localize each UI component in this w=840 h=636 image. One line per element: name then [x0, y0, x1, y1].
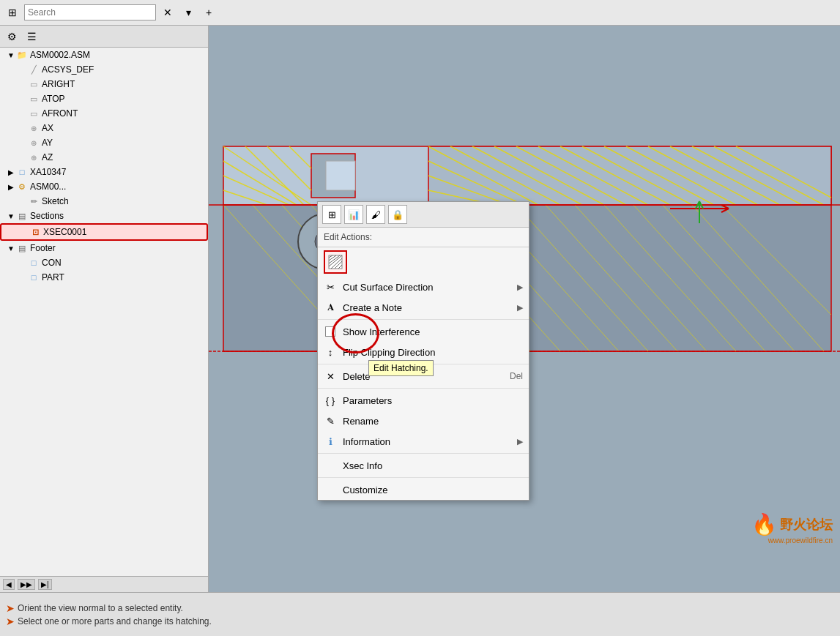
toolbar-btn-1[interactable]: ⊞ — [4, 4, 21, 21]
canvas-area: ⊞ 📊 🖌 🔒 Edit Actions: — [209, 26, 840, 592]
tree-item-afront[interactable]: ▭ AFRONT — [0, 106, 208, 121]
tree-item-sketch[interactable]: ✏ Sketch — [0, 194, 208, 209]
tree-label-part: PART — [42, 272, 64, 283]
ctx-tool-chart[interactable]: 📊 — [344, 205, 363, 224]
status-text-2: Select one or more parts and change its … — [18, 616, 212, 626]
plane-icon: ╱ — [28, 64, 40, 75]
toolbar-dropdown-btn[interactable]: ▾ — [179, 4, 197, 21]
context-menu: ⊞ 📊 🖌 🔒 Edit Actions: — [317, 201, 529, 501]
brand-watermark: 🔥 野火论坛 www.proewildfire.cn — [751, 512, 833, 545]
tree-item-con[interactable]: □ CON — [0, 255, 208, 270]
show-interference-checkbox — [325, 326, 335, 337]
plane-icon-2: ▭ — [28, 78, 40, 90]
tree-item-asm001[interactable]: ▶ ⚙ ASM00... — [0, 179, 208, 194]
customize-icon — [324, 483, 337, 496]
plane-icon-3: ▭ — [28, 93, 40, 105]
rename-icon: ✎ — [324, 414, 337, 427]
expand-asm001[interactable]: ▶ — [6, 182, 16, 192]
ctx-label-customize: Customize — [343, 485, 523, 495]
separator-5 — [318, 477, 529, 478]
tree-label-xsec0001: XSEC0001 — [43, 227, 86, 237]
ctx-item-customize[interactable]: Customize — [318, 479, 529, 500]
tree-label-footer: Footer — [30, 243, 56, 253]
status-text-1: Orient the view normal to a selected ent… — [18, 603, 183, 613]
edit-hatching-btn[interactable] — [324, 250, 347, 274]
ctx-label-create-note: Create a Note — [343, 302, 511, 313]
status-bar: ➤ Orient the view normal to a selected e… — [0, 592, 840, 636]
tree-item-sections[interactable]: ▼ ▤ Sections — [0, 209, 208, 223]
toolbar-add-btn[interactable]: + — [200, 4, 218, 21]
ctx-item-xsec-info[interactable]: Xsec Info — [318, 455, 529, 476]
ctx-item-cut-surface[interactable]: ✂ Cut Surface Direction ▶ — [318, 277, 529, 297]
cut-surface-arrow: ▶ — [517, 283, 523, 292]
status-line-1: ➤ Orient the view normal to a selected e… — [6, 602, 834, 614]
tree-settings-btn[interactable]: ⚙ — [3, 28, 21, 45]
expand-asm0002[interactable]: ▼ — [6, 50, 16, 60]
left-panel: ⚙ ☰ ▼ 📁 ASM0002.ASM ╱ ACSYS_DEF ▭ ARIGHT — [0, 26, 209, 592]
part-icon-2: □ — [28, 272, 40, 283]
tree-item-acsys[interactable]: ╱ ACSYS_DEF — [0, 62, 208, 77]
tree-label-acsys: ACSYS_DEF — [42, 64, 94, 75]
expand-footer[interactable]: ▼ — [6, 243, 16, 253]
folder-icon: 📁 — [16, 49, 28, 61]
scroll-left-btn[interactable]: ◀ — [3, 579, 15, 590]
expand-xa10347[interactable]: ▶ — [6, 167, 16, 177]
brand-forum-name: 野火论坛 — [780, 516, 833, 534]
ctx-item-show-interference[interactable]: Show Interference — [318, 321, 529, 342]
main-area: ⚙ ☰ ▼ 📁 ASM0002.ASM ╱ ACSYS_DEF ▭ ARIGHT — [0, 26, 840, 592]
information-icon: ℹ — [324, 435, 337, 448]
show-interference-icon — [324, 325, 337, 338]
information-arrow: ▶ — [517, 437, 523, 446]
tree-item-asm0002[interactable]: ▼ 📁 ASM0002.ASM — [0, 48, 208, 62]
tree-item-atop[interactable]: ▭ ATOP — [0, 91, 208, 106]
tree-item-aright[interactable]: ▭ ARIGHT — [0, 77, 208, 91]
delete-shortcut: Del — [510, 371, 523, 381]
ctx-item-create-note[interactable]: 𝐀 Create a Note ▶ — [318, 297, 529, 318]
tooltip: Edit Hatching. — [368, 360, 434, 376]
tree-item-xa10347[interactable]: ▶ □ XA10347 — [0, 165, 208, 179]
ctx-tool-lock[interactable]: 🔒 — [388, 205, 407, 224]
tree-item-ax[interactable]: ⊕ AX — [0, 121, 208, 135]
tree-item-xsec0001[interactable]: ⊡ XSEC0001 — [0, 223, 208, 241]
tree-label-atop: ATOP — [42, 94, 65, 104]
flame-icon: 🔥 — [751, 512, 777, 536]
ctx-tool-paint[interactable]: 🖌 — [366, 205, 385, 224]
ctx-tool-grid[interactable]: ⊞ — [322, 205, 341, 224]
footer-icon: ▤ — [16, 242, 28, 254]
tree-label-sections: Sections — [30, 211, 64, 221]
ctx-item-rename[interactable]: ✎ Rename — [318, 411, 529, 431]
ctx-item-flip-clipping[interactable]: ↕ Flip Clipping Direction — [318, 342, 529, 362]
tree-item-az[interactable]: ⊕ AZ — [0, 150, 208, 165]
tree-item-ay[interactable]: ⊕ AY — [0, 135, 208, 150]
flip-clipping-icon: ↕ — [324, 345, 337, 359]
ctx-item-parameters[interactable]: { } Parameters — [318, 390, 529, 411]
status-arrow-2: ➤ — [6, 616, 15, 627]
tree-label-az: AZ — [42, 152, 53, 162]
svg-rect-3 — [326, 161, 355, 190]
tree-toolbar: ⚙ ☰ — [0, 26, 208, 48]
expand-sections[interactable]: ▼ — [6, 211, 16, 221]
ctx-label-show-interference: Show Interference — [343, 326, 523, 337]
ctx-item-information[interactable]: ℹ Information ▶ — [318, 431, 529, 452]
plane-icon-4: ▭ — [28, 108, 40, 119]
axis-icon-3: ⊕ — [28, 151, 40, 163]
scroll-right-btn[interactable]: ▶▶ — [18, 579, 35, 590]
scroll-end-btn[interactable]: ▶| — [38, 579, 52, 590]
app-container: ⊞ ✕ ▾ + ⚙ ☰ ▼ 📁 ASM0002.ASM ╱ ACSYS_DE — [0, 0, 840, 636]
tree-label-asm001: ASM00... — [30, 182, 66, 192]
search-input[interactable] — [24, 4, 156, 20]
toolbar-clear-btn[interactable]: ✕ — [159, 4, 176, 21]
tree-item-part[interactable]: □ PART — [0, 270, 208, 285]
status-line-2: ➤ Select one or more parts and change it… — [6, 616, 834, 627]
ctx-label-parameters: Parameters — [343, 395, 523, 406]
ctx-label-information: Information — [343, 436, 511, 447]
ctx-label-cut-surface: Cut Surface Direction — [343, 282, 511, 293]
tree-label-aright: ARIGHT — [42, 79, 75, 89]
edit-hatching-row — [318, 247, 529, 277]
tree-item-footer[interactable]: ▼ ▤ Footer — [0, 241, 208, 255]
create-note-icon: 𝐀 — [324, 301, 337, 314]
context-menu-toolbar: ⊞ 📊 🖌 🔒 — [318, 202, 529, 228]
tree-columns-btn[interactable]: ☰ — [23, 28, 40, 45]
axis-icon-2: ⊕ — [28, 137, 40, 149]
asm-icon: ⚙ — [16, 181, 28, 192]
